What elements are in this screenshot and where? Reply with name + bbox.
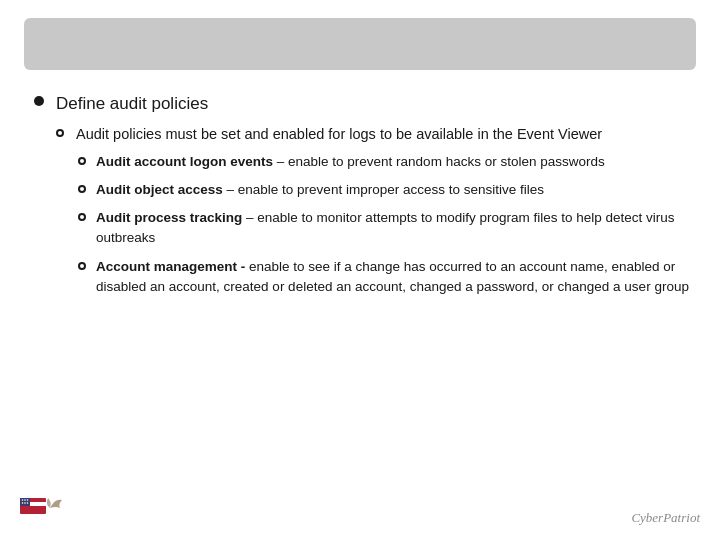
content-area: Define audit policies Audit policies mus…: [24, 92, 696, 297]
level3-text-2: Audit process tracking – enable to monit…: [96, 208, 696, 249]
bullet-l3-0: [78, 157, 86, 165]
level3-item-2: Audit process tracking – enable to monit…: [78, 208, 696, 249]
footer: CyberPatriot: [0, 490, 720, 526]
header-bar: [24, 18, 696, 70]
level2-text: Audit policies must be set and enabled f…: [76, 124, 602, 146]
svg-point-7: [24, 502, 26, 504]
level3-text-3: Account management - enable to see if a …: [96, 257, 696, 298]
svg-point-5: [27, 499, 29, 501]
footer-brand: CyberPatriot: [631, 510, 700, 526]
level2-item: Audit policies must be set and enabled f…: [56, 124, 696, 146]
svg-point-6: [22, 502, 24, 504]
level3-item-0: Audit account logon events – enable to p…: [78, 152, 696, 172]
bullet-l3-2: [78, 213, 86, 221]
level3-item-3: Account management - enable to see if a …: [78, 257, 696, 298]
bullet-l3-1: [78, 185, 86, 193]
level3-text-0: Audit account logon events – enable to p…: [96, 152, 605, 172]
level1-item: Define audit policies: [34, 92, 696, 116]
bullet-l3-3: [78, 262, 86, 270]
svg-point-8: [27, 502, 29, 504]
level3-block: Audit account logon events – enable to p…: [78, 152, 696, 298]
level3-item-1: Audit object access – enable to prevent …: [78, 180, 696, 200]
level1-text: Define audit policies: [56, 92, 208, 116]
level2-block: Audit policies must be set and enabled f…: [56, 124, 696, 297]
bullet-l2: [56, 129, 64, 137]
slide-container: Define audit policies Audit policies mus…: [0, 0, 720, 540]
footer-logo: [20, 490, 80, 526]
bullet-l1: [34, 96, 44, 106]
svg-point-3: [22, 499, 24, 501]
svg-point-4: [24, 499, 26, 501]
level3-text-1: Audit object access – enable to prevent …: [96, 180, 544, 200]
